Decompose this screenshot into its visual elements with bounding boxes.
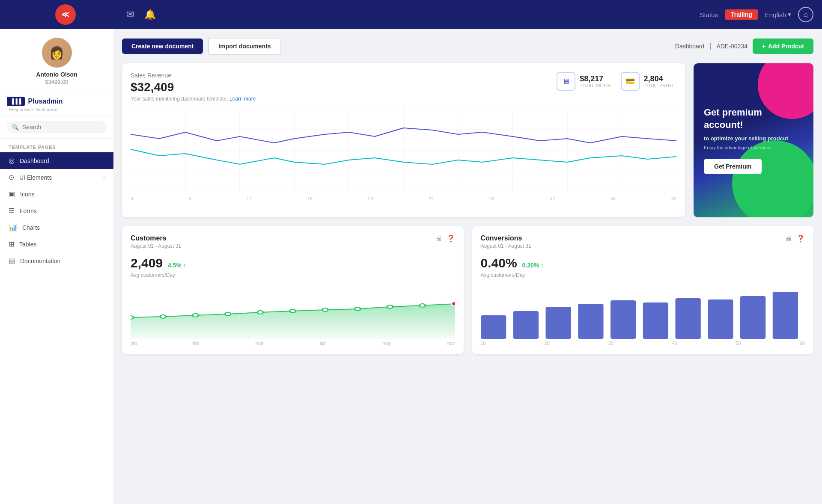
sidebar-profile: 👩 Antonio Olson $3499.00 xyxy=(0,29,113,92)
help-icon[interactable]: ❓ xyxy=(447,234,455,243)
total-profit-label: TOTAL PROFIT xyxy=(644,83,676,88)
total-profit-stat: 💳 2,804 TOTAL PROFIT xyxy=(621,72,676,91)
svg-point-20 xyxy=(290,309,295,313)
total-sales-info: $8,217 TOTAL SALES xyxy=(580,74,610,88)
svg-point-25 xyxy=(451,302,455,306)
nav-icons-group: ✉ 🔔 xyxy=(126,9,700,20)
create-document-button[interactable]: Create new document xyxy=(122,39,203,54)
conversions-title: Conversions xyxy=(481,234,531,242)
sales-title: Sales Revenue xyxy=(131,72,557,79)
conversions-title-area: Conversions August 01 - August 31 xyxy=(481,234,531,249)
top-navigation: ≪ ✉ 🔔 Status Trailing English ▾ ⌂ xyxy=(0,0,822,29)
documentation-icon: ▤ xyxy=(9,257,15,265)
import-documents-button[interactable]: Import documents xyxy=(208,38,281,55)
svg-rect-27 xyxy=(513,311,538,339)
conversions-actions: 🖨 ❓ xyxy=(785,234,805,243)
breadcrumb-separator: | xyxy=(709,42,711,50)
forms-icon: ☰ xyxy=(9,207,15,215)
svg-point-15 xyxy=(131,316,134,319)
total-sales-amount: $8,217 xyxy=(580,74,610,83)
premium-title: Get premium account! xyxy=(704,107,803,131)
customers-card: Customers August 01 - August 31 🖨 ❓ 2,40… xyxy=(122,226,464,354)
get-premium-button[interactable]: Get Premium xyxy=(704,159,762,174)
print-icon[interactable]: 🖨 xyxy=(435,234,442,243)
lang-label: English xyxy=(765,11,786,18)
svg-point-23 xyxy=(387,305,393,308)
premium-content: Get premium account! to optimize your se… xyxy=(704,107,803,174)
sidebar-item-forms[interactable]: ☰ Forms xyxy=(0,202,113,219)
brand-tagline: Responsive Dashboard xyxy=(9,107,107,112)
breadcrumb-home: Dashboard xyxy=(675,43,705,50)
conversions-value: 0.40% xyxy=(481,256,517,270)
plus-icon: + xyxy=(762,43,765,50)
add-product-button[interactable]: + Add Prodcut xyxy=(753,39,813,54)
svg-rect-30 xyxy=(611,300,636,339)
search-box[interactable]: 🔍 xyxy=(7,121,107,133)
customers-x-labels: jan feb mar apr may nov xyxy=(131,339,455,346)
customers-area-chart xyxy=(131,283,455,339)
svg-point-17 xyxy=(193,314,198,317)
search-input[interactable] xyxy=(22,124,101,130)
customers-header: Customers August 01 - August 31 🖨 ❓ xyxy=(131,234,455,249)
sales-revenue-card: Sales Revenue $32,409 Your sales monitor… xyxy=(122,63,685,217)
sidebar-label-tables: Tables xyxy=(19,241,105,248)
sidebar-label-ui-elements: UI Elements xyxy=(19,174,98,181)
total-profit-icon-box: 💳 xyxy=(621,72,640,91)
conversions-help-icon[interactable]: ❓ xyxy=(796,234,805,243)
sidebar-item-dashboard[interactable]: ◎ Dashboard xyxy=(0,152,113,169)
sidebar-toggle-button[interactable]: ≪ xyxy=(55,4,76,25)
sidebar-label-forms: Forms xyxy=(20,208,105,214)
conversions-x-labels: 10 20 30 40 50 60 xyxy=(481,339,805,346)
breadcrumb-id: ADE-00234 xyxy=(716,43,747,50)
customers-title-area: Customers August 01 - August 31 xyxy=(131,234,181,249)
customers-value-row: 2,409 4.5% ↑ xyxy=(131,252,455,272)
sidebar-label-dashboard: Dashboard xyxy=(20,157,105,164)
status-label: Status xyxy=(700,11,718,18)
svg-rect-29 xyxy=(578,304,603,339)
svg-point-19 xyxy=(257,311,263,314)
sidebar-search-area: 🔍 xyxy=(0,116,113,139)
nav-right-group: Status Trailing English ▾ ⌂ xyxy=(700,7,813,22)
avatar: 👩 xyxy=(42,38,72,68)
language-selector[interactable]: English ▾ xyxy=(765,11,791,18)
sidebar-item-ui-elements[interactable]: ⊙ UI Elements › xyxy=(0,169,113,186)
sidebar-item-tables[interactable]: ⊞ Tables xyxy=(0,236,113,252)
bell-icon[interactable]: 🔔 xyxy=(144,9,156,20)
svg-rect-33 xyxy=(708,299,733,339)
sidebar-item-charts[interactable]: 📊 Charts xyxy=(0,219,113,236)
sidebar-item-documentation[interactable]: ▤ Documentation xyxy=(0,252,113,269)
sales-title-section: Sales Revenue $32,409 Your sales monitor… xyxy=(131,72,557,102)
chevron-down-icon: ▾ xyxy=(788,11,791,18)
learn-more-link[interactable]: Learn more xyxy=(229,96,256,102)
wallet-icon: 💳 xyxy=(625,77,635,86)
conversions-pct: 0.20% ↑ xyxy=(522,262,544,269)
trailing-badge: Trailing xyxy=(725,9,758,20)
home-button[interactable]: ⌂ xyxy=(798,7,813,22)
conversions-value-row: 0.40% 0.20% ↑ xyxy=(481,252,805,272)
conversions-card: Conversions August 01 - August 31 🖨 ❓ 0.… xyxy=(472,226,814,354)
svg-point-16 xyxy=(160,315,166,318)
premium-card: Get premium account! to optimize your se… xyxy=(694,63,813,217)
nav-logo-area: ≪ xyxy=(9,4,122,25)
conversions-print-icon[interactable]: 🖨 xyxy=(785,234,792,243)
total-sales-icon-box: 🖥 xyxy=(557,72,575,91)
conversions-header: Conversions August 01 - August 31 🖨 ❓ xyxy=(481,234,805,249)
chevron-left-icon: ≪ xyxy=(61,10,69,19)
conversions-date-range: August 01 - August 31 xyxy=(481,243,531,249)
conversions-bar-chart xyxy=(481,283,805,339)
mail-icon[interactable]: ✉ xyxy=(126,9,134,20)
premium-description: Enjoy the advantage of premium. xyxy=(704,145,803,150)
total-profit-info: 2,804 TOTAL PROFIT xyxy=(644,74,676,88)
sales-line-chart xyxy=(131,109,676,194)
main-content: Create new document Import documents Das… xyxy=(113,29,822,504)
sidebar-item-icons[interactable]: ▣ Icons xyxy=(0,186,113,202)
svg-rect-28 xyxy=(545,307,571,339)
total-profit-amount: 2,804 xyxy=(644,74,676,83)
monitor-icon: 🖥 xyxy=(562,77,570,86)
toolbar: Create new document Import documents Das… xyxy=(122,38,813,55)
main-layout: 👩 Antonio Olson $3499.00 ▐▐▐ Plusadmin R… xyxy=(0,29,822,504)
svg-rect-31 xyxy=(643,302,668,339)
brand-name: Plusadmin xyxy=(28,98,63,105)
sidebar-brand: ▐▐▐ Plusadmin Responsive Dashboard xyxy=(0,92,113,116)
total-sales-label: TOTAL SALES xyxy=(580,83,610,88)
